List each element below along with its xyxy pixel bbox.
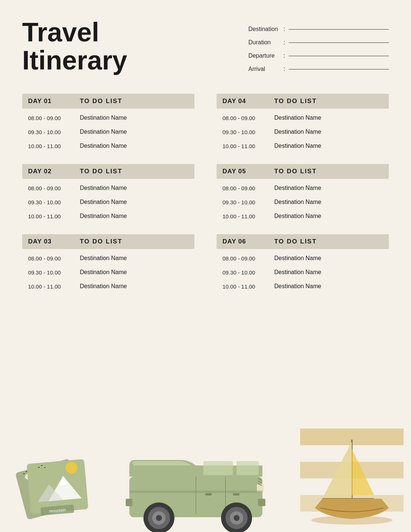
- day04-item-3: 10.00 - 11.00Destination Name: [217, 139, 389, 153]
- day02-item-2: 09.30 - 10.00Destination Name: [22, 195, 194, 209]
- svg-rect-32: [233, 493, 240, 495]
- svg-rect-16: [203, 461, 233, 475]
- day05-header: DAY 05TO DO LIST: [217, 164, 389, 179]
- day01-time-2: 09.30 - 10.00: [28, 129, 80, 135]
- day01-time-3: 10.00 - 11.00: [28, 143, 80, 149]
- arrival-line: [289, 69, 389, 69]
- day-block-day01: DAY 01TO DO LIST08.00 - 09.00Destination…: [22, 94, 194, 153]
- day02-destination-3: Destination Name: [80, 213, 188, 219]
- day02-time-3: 10.00 - 11.00: [28, 213, 80, 219]
- day04-label: DAY 04: [223, 98, 274, 105]
- day05-time-2: 09.30 - 10.00: [223, 199, 274, 205]
- day05-item-2: 09.30 - 10.00Destination Name: [217, 195, 389, 209]
- day03-todo-label: TO DO LIST: [80, 238, 188, 245]
- day-block-day03: DAY 03TO DO LIST08.00 - 09.00Destination…: [22, 234, 194, 293]
- svg-rect-17: [237, 461, 259, 475]
- day04-item-1: 08.00 - 09.00Destination Name: [217, 111, 389, 125]
- destination-colon: :: [283, 26, 285, 33]
- day03-header: DAY 03TO DO LIST: [22, 234, 194, 249]
- day01-todo-label: TO DO LIST: [80, 98, 188, 105]
- day01-header: DAY 01TO DO LIST: [22, 94, 194, 109]
- arrival-row: Arrival :: [248, 66, 389, 72]
- info-block: Destination : Duration : Departure : Arr…: [248, 18, 389, 79]
- day04-time-1: 08.00 - 09.00: [223, 115, 274, 121]
- day03-item-2: 09.30 - 10.00Destination Name: [22, 265, 194, 279]
- day05-destination-3: Destination Name: [274, 213, 383, 219]
- duration-row: Duration :: [248, 39, 389, 46]
- day04-destination-1: Destination Name: [274, 115, 383, 121]
- title-block: TravelItinerary: [22, 18, 127, 74]
- day06-time-2: 09.30 - 10.00: [223, 269, 274, 276]
- day06-destination-3: Destination Name: [274, 283, 383, 290]
- arrival-label: Arrival: [248, 66, 283, 72]
- day02-time-1: 08.00 - 09.00: [28, 185, 80, 191]
- day05-todo-label: TO DO LIST: [274, 168, 383, 175]
- day02-destination-1: Destination Name: [80, 185, 188, 191]
- day01-destination-3: Destination Name: [80, 143, 188, 149]
- day06-time-3: 10.00 - 11.00: [223, 283, 274, 290]
- day01-item-2: 09.30 - 10.00Destination Name: [22, 125, 194, 139]
- day-block-day02: DAY 02TO DO LIST08.00 - 09.00Destination…: [22, 164, 194, 223]
- day-block-day04: DAY 04TO DO LIST08.00 - 09.00Destination…: [217, 94, 389, 153]
- day05-item-3: 10.00 - 11.00Destination Name: [217, 209, 389, 223]
- page: TravelItinerary Destination : Duration :…: [0, 0, 411, 532]
- day02-header: DAY 02TO DO LIST: [22, 164, 194, 179]
- day03-destination-2: Destination Name: [80, 269, 188, 276]
- day05-destination-1: Destination Name: [274, 185, 383, 191]
- departure-row: Departure :: [248, 52, 389, 59]
- illustrations: mountain: [0, 421, 411, 532]
- day-block-day06: DAY 06TO DO LIST08.00 - 09.00Destination…: [217, 234, 389, 293]
- departure-colon: :: [283, 52, 285, 59]
- arrival-colon: :: [283, 66, 285, 72]
- day06-todo-label: TO DO LIST: [274, 238, 383, 245]
- duration-label: Duration: [248, 39, 283, 46]
- day03-destination-3: Destination Name: [80, 283, 188, 290]
- day04-header: DAY 04TO DO LIST: [217, 94, 389, 109]
- day04-time-3: 10.00 - 11.00: [223, 143, 274, 149]
- day01-destination-2: Destination Name: [80, 129, 188, 135]
- svg-rect-29: [126, 499, 132, 506]
- header: TravelItinerary Destination : Duration :…: [22, 18, 389, 79]
- day01-item-1: 08.00 - 09.00Destination Name: [22, 111, 194, 125]
- day01-time-1: 08.00 - 09.00: [28, 115, 80, 121]
- destination-row: Destination :: [248, 26, 389, 33]
- day04-todo-label: TO DO LIST: [274, 98, 383, 105]
- svg-rect-28: [258, 499, 265, 506]
- svg-point-23: [156, 515, 162, 521]
- svg-rect-31: [205, 493, 212, 495]
- destination-label: Destination: [248, 26, 283, 33]
- day06-item-1: 08.00 - 09.00Destination Name: [217, 251, 389, 265]
- day05-label: DAY 05: [223, 168, 274, 175]
- day01-item-3: 10.00 - 11.00Destination Name: [22, 139, 194, 153]
- departure-label: Departure: [248, 52, 283, 59]
- day01-destination-1: Destination Name: [80, 115, 188, 121]
- van-illustration: [122, 436, 277, 532]
- day06-item-3: 10.00 - 11.00Destination Name: [217, 279, 389, 293]
- days-grid: DAY 01TO DO LIST08.00 - 09.00Destination…: [22, 94, 389, 304]
- destination-line: [289, 29, 389, 30]
- day02-label: DAY 02: [28, 168, 80, 175]
- day03-time-2: 09.30 - 10.00: [28, 269, 80, 276]
- day03-time-1: 08.00 - 09.00: [28, 255, 80, 262]
- day04-time-2: 09.30 - 10.00: [223, 129, 274, 135]
- day05-time-3: 10.00 - 11.00: [223, 213, 274, 219]
- day03-destination-1: Destination Name: [80, 255, 188, 262]
- day06-item-2: 09.30 - 10.00Destination Name: [217, 265, 389, 279]
- day05-item-1: 08.00 - 09.00Destination Name: [217, 181, 389, 195]
- day01-label: DAY 01: [28, 98, 80, 105]
- day05-destination-2: Destination Name: [274, 199, 383, 205]
- day04-destination-2: Destination Name: [274, 129, 383, 135]
- day05-time-1: 08.00 - 09.00: [223, 185, 274, 191]
- day06-label: DAY 06: [223, 238, 274, 245]
- day06-header: DAY 06TO DO LIST: [217, 234, 389, 249]
- svg-rect-33: [129, 491, 262, 493]
- photo-cards-illustration: mountain: [11, 429, 107, 532]
- day02-item-3: 10.00 - 11.00Destination Name: [22, 209, 194, 223]
- day06-destination-2: Destination Name: [274, 269, 383, 276]
- duration-line: [289, 42, 389, 43]
- day04-destination-3: Destination Name: [274, 143, 383, 149]
- sailboat-illustration: [300, 429, 404, 532]
- svg-point-48: [311, 516, 393, 525]
- day06-time-1: 08.00 - 09.00: [223, 255, 274, 262]
- day06-destination-1: Destination Name: [274, 255, 383, 262]
